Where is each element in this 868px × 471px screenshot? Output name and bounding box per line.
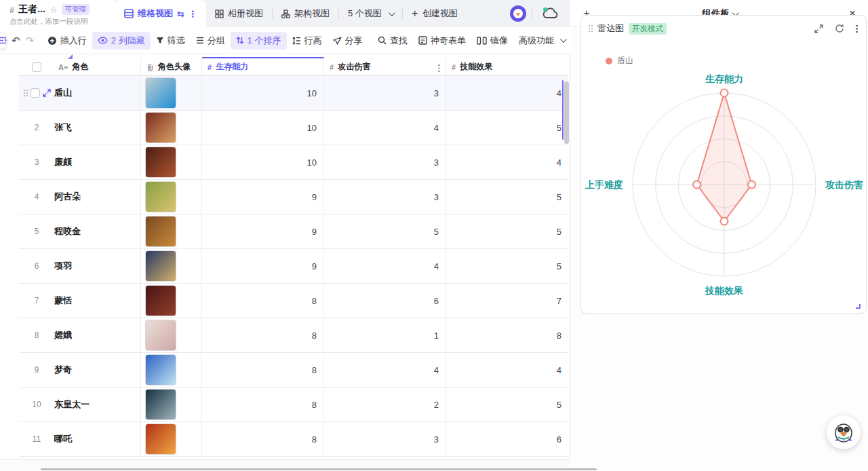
widget-resize-handle[interactable] bbox=[856, 304, 861, 309]
table-row[interactable]: 9梦奇844 bbox=[19, 353, 568, 388]
value-cell[interactable]: 7 bbox=[446, 284, 568, 318]
table-row[interactable]: 6项羽945 bbox=[19, 249, 568, 284]
column-header-avatar[interactable]: 角色头像 bbox=[141, 57, 202, 75]
value-cell[interactable]: 5 bbox=[446, 111, 568, 145]
character-name[interactable]: 程咬金 bbox=[54, 225, 81, 238]
tab-more-icon[interactable]: ⋮ bbox=[189, 9, 197, 19]
value-cell[interactable]: 4 bbox=[324, 249, 446, 283]
value-cell[interactable]: 5 bbox=[446, 388, 568, 421]
character-avatar[interactable] bbox=[145, 147, 176, 178]
table-row[interactable]: 10东皇太一825 bbox=[19, 388, 568, 422]
value-cell[interactable]: 10 bbox=[202, 76, 324, 110]
value-cell[interactable]: 3 bbox=[324, 76, 446, 110]
row-checkbox[interactable] bbox=[31, 88, 40, 98]
tab-architecture-view[interactable]: 架构视图 bbox=[273, 0, 338, 27]
tab-grid-view[interactable]: 维格视图 ⇆ ⋮ bbox=[115, 0, 206, 27]
drag-handle-icon[interactable] bbox=[588, 24, 593, 33]
filter-button[interactable]: 筛选 bbox=[151, 32, 191, 50]
character-avatar[interactable] bbox=[145, 181, 176, 212]
table-row[interactable]: 7蒙恬867 bbox=[19, 284, 568, 318]
character-avatar[interactable] bbox=[145, 389, 176, 420]
value-cell[interactable]: 2 bbox=[324, 388, 446, 421]
refresh-icon[interactable] bbox=[835, 24, 844, 33]
sort-button[interactable]: 1 个排序 bbox=[231, 32, 287, 50]
mirror-button[interactable]: 镜像 bbox=[471, 32, 513, 50]
value-cell[interactable]: 8 bbox=[202, 388, 324, 421]
advanced-features-dropdown[interactable]: 高级功能 bbox=[513, 32, 570, 50]
expand-icon[interactable] bbox=[814, 24, 823, 33]
value-cell[interactable]: 6 bbox=[324, 284, 446, 318]
table-row[interactable]: 8嫦娥818 bbox=[19, 318, 568, 353]
value-cell[interactable]: 4 bbox=[324, 111, 446, 145]
value-cell[interactable]: 10 bbox=[202, 111, 324, 145]
table-row[interactable]: 盾山1034 bbox=[19, 76, 568, 111]
table-row[interactable]: 5程咬金955 bbox=[19, 214, 568, 249]
value-cell[interactable]: 5 bbox=[446, 249, 568, 283]
character-name[interactable]: 东皇太一 bbox=[54, 398, 90, 411]
value-cell[interactable]: 8 bbox=[202, 284, 324, 318]
value-cell[interactable]: 4 bbox=[446, 145, 568, 179]
user-avatar[interactable] bbox=[510, 5, 526, 22]
find-button[interactable]: 查找 bbox=[372, 32, 413, 50]
table-row[interactable]: 11哪吒836 bbox=[19, 422, 568, 457]
table-row[interactable]: 3廉颇1034 bbox=[19, 145, 568, 180]
value-cell[interactable]: 4 bbox=[446, 76, 568, 110]
value-cell[interactable]: 9 bbox=[202, 180, 324, 214]
redo-button[interactable]: ↷ bbox=[24, 35, 39, 47]
character-avatar[interactable] bbox=[145, 423, 176, 455]
character-name[interactable]: 项羽 bbox=[54, 260, 72, 272]
view-list-toggle-button[interactable] bbox=[0, 32, 7, 50]
value-cell[interactable]: 9 bbox=[202, 249, 324, 283]
magic-form-button[interactable]: 神奇表单 bbox=[413, 32, 471, 50]
row-height-button[interactable]: 行高 bbox=[287, 32, 328, 50]
value-cell[interactable]: 1 bbox=[324, 318, 446, 352]
insert-row-button[interactable]: 插入行 bbox=[42, 32, 92, 50]
value-cell[interactable]: 5 bbox=[324, 214, 446, 248]
widget-menu-icon[interactable] bbox=[856, 24, 858, 33]
group-button[interactable]: 分组 bbox=[191, 32, 231, 50]
value-cell[interactable]: 6 bbox=[446, 422, 568, 456]
views-count-dropdown[interactable]: 5 个视图 bbox=[339, 0, 402, 27]
tab-gallery-view[interactable]: 相册视图 bbox=[206, 0, 272, 27]
swap-view-icon[interactable]: ⇆ bbox=[177, 9, 184, 19]
character-name[interactable]: 哪吒 bbox=[54, 433, 72, 445]
character-name[interactable]: 张飞 bbox=[54, 121, 72, 134]
undo-button[interactable]: ↶ bbox=[7, 35, 24, 47]
character-name[interactable]: 梦奇 bbox=[54, 364, 72, 376]
character-name[interactable]: 廉颇 bbox=[54, 156, 72, 168]
column-menu-icon[interactable] bbox=[438, 64, 440, 73]
character-name[interactable]: 盾山 bbox=[54, 87, 72, 99]
select-all-checkbox[interactable] bbox=[32, 62, 41, 72]
character-name[interactable]: 阿古朵 bbox=[54, 191, 81, 203]
value-cell[interactable]: 9 bbox=[202, 214, 324, 248]
character-avatar[interactable] bbox=[145, 112, 176, 143]
doc-info[interactable]: # 王者... ☆ 可管理 点击此处，添加一段说明 bbox=[0, 0, 115, 27]
create-view-button[interactable]: + 创建视图 bbox=[403, 0, 467, 27]
character-avatar[interactable] bbox=[145, 320, 176, 351]
column-header-attack[interactable]: # 攻击伤害 bbox=[324, 57, 446, 75]
value-cell[interactable]: 3 bbox=[324, 180, 446, 214]
character-avatar[interactable] bbox=[145, 250, 176, 282]
character-avatar[interactable] bbox=[145, 216, 176, 247]
table-row[interactable]: 2张飞1045 bbox=[19, 111, 568, 145]
value-cell[interactable]: 5 bbox=[446, 180, 568, 214]
table-row[interactable]: 4阿古朵935 bbox=[19, 180, 568, 214]
value-cell[interactable]: 8 bbox=[202, 353, 324, 387]
value-cell[interactable]: 5 bbox=[446, 214, 568, 248]
value-cell[interactable]: 10 bbox=[202, 145, 324, 179]
value-cell[interactable]: 3 bbox=[324, 145, 446, 179]
column-header-role[interactable]: A≡ 角色 bbox=[19, 57, 141, 75]
character-name[interactable]: 蒙恬 bbox=[54, 295, 72, 307]
character-avatar[interactable] bbox=[145, 77, 176, 109]
doc-description[interactable]: 点击此处，添加一段说明 bbox=[9, 17, 115, 26]
vertical-scrollbar[interactable] bbox=[564, 81, 569, 144]
value-cell[interactable]: 4 bbox=[446, 353, 568, 387]
row-drag-handle[interactable] bbox=[23, 89, 28, 97]
character-name[interactable]: 嫦娥 bbox=[54, 329, 72, 341]
sync-status[interactable] bbox=[538, 0, 570, 27]
value-cell[interactable]: 8 bbox=[202, 422, 324, 456]
value-cell[interactable]: 3 bbox=[324, 422, 446, 456]
share-button[interactable]: 分享 bbox=[328, 32, 368, 50]
hidden-columns-button[interactable]: 2 列隐藏 bbox=[92, 32, 151, 50]
character-avatar[interactable] bbox=[145, 354, 176, 385]
